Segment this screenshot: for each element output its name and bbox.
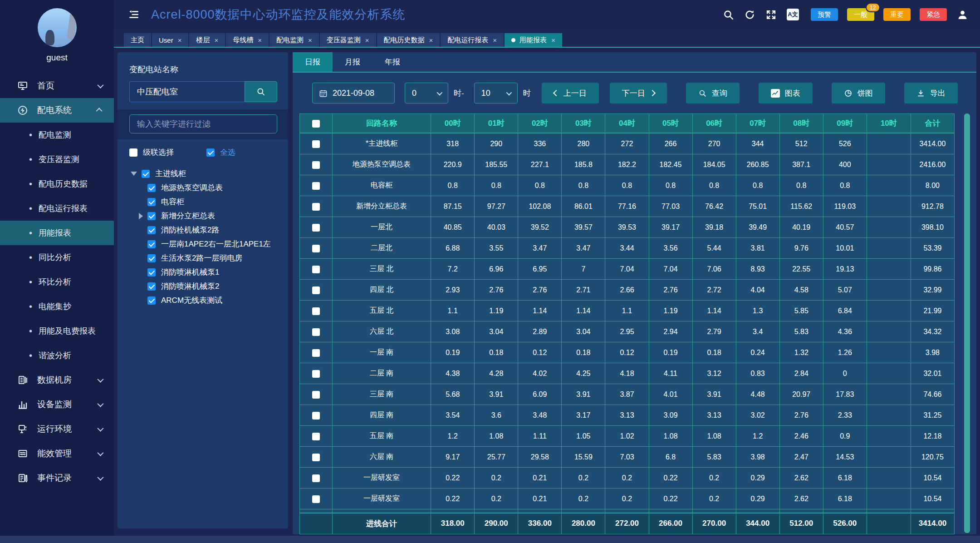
sidebar-item[interactable]: 设备监测 <box>0 392 114 417</box>
row-checkbox[interactable] <box>312 245 320 252</box>
date-picker[interactable]: 2021-09-08 <box>312 83 395 104</box>
tree-item[interactable]: ARCM无线表测试 <box>118 293 288 307</box>
row-checkbox[interactable] <box>312 203 320 211</box>
sidebar-item[interactable]: 环比分析 <box>0 270 114 294</box>
tree-item[interactable]: 消防喷淋机械泵1 <box>118 265 288 279</box>
window-tab[interactable]: 配电监测× <box>270 33 319 47</box>
row-checkbox[interactable] <box>312 349 320 357</box>
station-input[interactable] <box>129 81 245 102</box>
tree-checkbox[interactable] <box>147 268 156 276</box>
user-icon[interactable] <box>957 9 968 20</box>
tab-close-icon[interactable]: × <box>365 37 369 44</box>
sidebar-item[interactable]: 配电监测 <box>0 123 114 147</box>
prev-day-button[interactable]: 上一日 <box>542 83 599 104</box>
window-tab[interactable]: 用能报表× <box>505 33 562 47</box>
next-day-button[interactable]: 下一日 <box>610 83 667 104</box>
tree-checkbox[interactable] <box>147 184 156 192</box>
row-checkbox[interactable] <box>312 474 320 482</box>
tree-item-label[interactable]: ARCM无线表测试 <box>161 295 222 306</box>
window-tab[interactable]: 配电运行报表× <box>441 33 504 47</box>
row-checkbox[interactable] <box>312 391 320 399</box>
window-tab[interactable]: 主页 <box>124 33 151 47</box>
tree-item-label[interactable]: 消防喷淋机械泵2 <box>161 281 219 291</box>
collapse-menu-icon[interactable] <box>127 9 140 20</box>
row-checkbox[interactable] <box>312 495 320 503</box>
tree-checkbox[interactable] <box>147 282 156 291</box>
query-button[interactable]: 查询 <box>686 83 740 104</box>
cascade-checkbox[interactable] <box>129 148 137 157</box>
tree-item-label[interactable]: 生活水泵2路一层弱电房 <box>161 253 242 263</box>
row-checkbox[interactable] <box>312 307 320 315</box>
tree-item-label[interactable]: 新增分立柜总表 <box>161 211 215 221</box>
tree-checkbox[interactable] <box>147 254 156 262</box>
tree-caret-icon[interactable] <box>131 172 137 176</box>
sidebar-item[interactable]: 同比分析 <box>0 245 114 270</box>
row-checkbox[interactable] <box>312 161 320 169</box>
row-checkbox[interactable] <box>312 454 320 461</box>
search-icon[interactable] <box>723 9 734 20</box>
tree-item-label[interactable]: 地源热泵空调总表 <box>161 183 223 193</box>
sidebar-item[interactable]: 能效管理 <box>0 441 114 466</box>
select-all-label[interactable]: 全选 <box>220 147 235 158</box>
window-tab[interactable]: 变压器监测× <box>320 33 376 47</box>
sidebar-item[interactable]: 电能集抄 <box>0 294 114 319</box>
row-checkbox[interactable] <box>312 370 320 378</box>
window-tab[interactable]: 楼层× <box>189 33 225 47</box>
tree-checkbox[interactable] <box>147 212 156 220</box>
tab-close-icon[interactable]: × <box>429 37 433 44</box>
sidebar-item[interactable]: 配电系统 <box>0 98 114 123</box>
tab-close-icon[interactable]: × <box>214 37 218 44</box>
chart-button[interactable]: 图表 <box>759 83 813 104</box>
tab-close-icon[interactable]: × <box>258 37 262 44</box>
tree-item[interactable]: 电容柜 <box>118 195 288 209</box>
export-button[interactable]: 导出 <box>904 83 958 104</box>
row-checkbox[interactable] <box>312 182 320 190</box>
sidebar-item[interactable]: 谐波分析 <box>0 343 114 368</box>
sidebar-item[interactable]: 事件记录 <box>0 466 114 490</box>
alarm-badge[interactable]: 重要 <box>883 8 911 21</box>
sidebar-item[interactable]: 运行环境 <box>0 417 114 441</box>
select-all-rows-checkbox[interactable] <box>312 120 320 128</box>
row-checkbox[interactable] <box>312 412 320 420</box>
sidebar-item[interactable]: 首页 <box>0 74 114 98</box>
tree-checkbox[interactable] <box>142 170 150 178</box>
tree-item-label[interactable]: 消防喷淋机械泵1 <box>161 267 219 277</box>
refresh-icon[interactable] <box>744 9 755 20</box>
row-checkbox[interactable] <box>312 140 320 148</box>
tree-item[interactable]: 新增分立柜总表 <box>118 209 288 223</box>
row-checkbox[interactable] <box>312 266 320 273</box>
select-all-checkbox[interactable] <box>206 148 215 157</box>
hour-from-select[interactable]: 0 <box>405 83 448 104</box>
window-tab[interactable]: User× <box>152 33 188 47</box>
tab-close-icon[interactable]: × <box>493 37 497 44</box>
tree-item[interactable]: 地源热泵空调总表 <box>118 181 288 195</box>
hour-to-select[interactable]: 10 <box>474 83 518 104</box>
sidebar-item[interactable]: 配电历史数据 <box>0 172 114 196</box>
tree-item-label[interactable]: 消防栓机械泵2路 <box>161 225 219 235</box>
tree-item[interactable]: 生活水泵2路一层弱电房 <box>118 251 288 265</box>
tree-item-label[interactable]: 一层南1APE2右一层北1APE1左 <box>161 239 271 249</box>
row-checkbox[interactable] <box>312 286 320 294</box>
window-tab[interactable]: 配电历史数据× <box>377 33 440 47</box>
row-checkbox[interactable] <box>312 433 320 440</box>
report-tab[interactable]: 年报 <box>372 52 412 72</box>
tree-caret-icon[interactable] <box>139 213 143 219</box>
tab-close-icon[interactable]: × <box>551 37 555 44</box>
sidebar-item[interactable]: 用能及电费报表 <box>0 319 114 343</box>
alarm-badge[interactable]: 预警 <box>811 8 838 21</box>
tree-item[interactable]: 消防栓机械泵2路 <box>118 223 288 237</box>
alarm-badge[interactable]: 一般12 <box>847 8 874 21</box>
sidebar-item[interactable]: 变压器监测 <box>0 147 114 172</box>
avatar[interactable] <box>38 8 77 47</box>
sidebar-item[interactable]: 用能报表 <box>0 221 114 245</box>
fullscreen-icon[interactable] <box>765 9 777 20</box>
horizontal-scrollbar[interactable] <box>0 536 980 543</box>
window-tab[interactable]: 母线槽× <box>226 33 269 47</box>
tree-checkbox[interactable] <box>147 296 156 305</box>
tree-item-label[interactable]: 电容柜 <box>161 197 184 207</box>
tree-item[interactable]: 一层南1APE2右一层北1APE1左 <box>118 237 288 251</box>
tree-item-label[interactable]: 主进线柜 <box>155 168 186 179</box>
report-tab[interactable]: 月报 <box>333 52 372 72</box>
tree-checkbox[interactable] <box>147 226 156 234</box>
tree-filter-input[interactable] <box>129 114 277 133</box>
